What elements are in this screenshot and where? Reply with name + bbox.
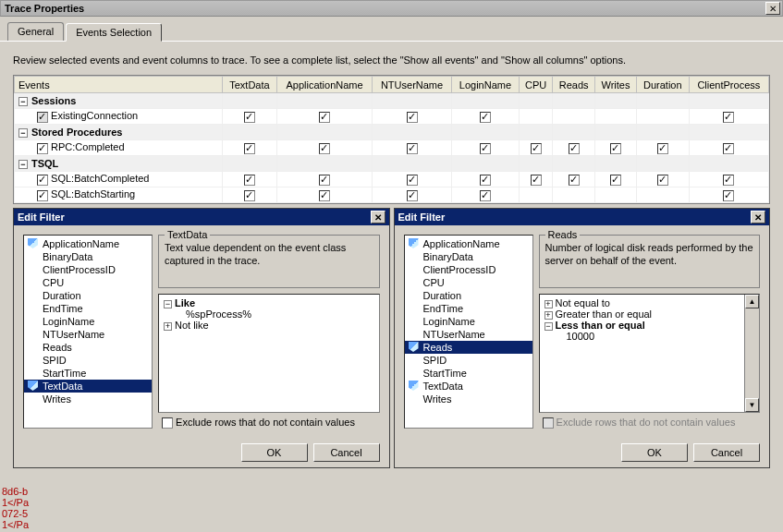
list-item[interactable]: Writes <box>24 393 152 405</box>
ok-button[interactable]: OK <box>241 443 308 462</box>
list-item[interactable]: BinaryData <box>405 250 532 263</box>
col-duration[interactable]: Duration <box>636 77 689 93</box>
collapse-icon[interactable]: − <box>18 97 28 106</box>
cell-checkbox[interactable] <box>531 143 542 154</box>
col-clientprocess[interactable]: ClientProcess <box>689 77 768 93</box>
col-applicationname[interactable]: ApplicationName <box>276 77 372 93</box>
cell-checkbox[interactable] <box>569 175 580 186</box>
tree-node-gte[interactable]: Greater than or equal <box>556 308 653 320</box>
col-reads[interactable]: Reads <box>553 77 595 93</box>
cell-checkbox[interactable] <box>407 190 418 201</box>
list-item[interactable]: TextData <box>24 380 152 393</box>
tree-node-like[interactable]: Like <box>175 297 195 308</box>
cell-checkbox[interactable] <box>244 190 255 201</box>
list-item[interactable]: Reads <box>405 341 532 354</box>
cell-checkbox[interactable] <box>407 112 418 123</box>
column-list[interactable]: ApplicationName BinaryData ClientProcess… <box>23 235 153 429</box>
event-checkbox[interactable] <box>37 143 48 154</box>
list-item[interactable]: CPU <box>24 276 152 289</box>
col-loginname[interactable]: LoginName <box>451 77 519 93</box>
list-item[interactable]: EndTime <box>405 302 532 315</box>
collapse-icon[interactable]: − <box>164 300 172 308</box>
close-button[interactable]: ✕ <box>371 211 385 224</box>
collapse-icon[interactable]: − <box>18 128 28 138</box>
cell-checkbox[interactable] <box>610 175 621 186</box>
list-item[interactable]: TextData <box>405 380 532 393</box>
col-writes[interactable]: Writes <box>595 77 637 93</box>
filter-criteria-tree[interactable]: +Not equal to +Greater than or equal −Le… <box>539 294 761 413</box>
cell-checkbox[interactable] <box>723 190 734 201</box>
expand-icon[interactable]: + <box>544 300 553 308</box>
list-item[interactable]: SPID <box>24 354 152 367</box>
scroll-up-icon[interactable]: ▲ <box>745 295 759 308</box>
list-item[interactable]: LoginName <box>405 315 532 328</box>
cell-checkbox[interactable] <box>319 175 330 186</box>
event-checkbox[interactable] <box>37 190 48 201</box>
list-item[interactable]: ApplicationName <box>405 237 532 250</box>
cell-checkbox[interactable] <box>319 112 330 123</box>
cell-checkbox[interactable] <box>723 112 734 123</box>
cancel-button[interactable]: Cancel <box>313 443 380 462</box>
col-cpu[interactable]: CPU <box>520 77 553 93</box>
tree-node-notlike[interactable]: Not like <box>175 320 209 331</box>
event-checkbox[interactable] <box>37 175 48 186</box>
list-item[interactable]: ApplicationName <box>24 237 152 250</box>
filter-criteria-tree[interactable]: −Like %spProcess% +Not like <box>158 294 380 413</box>
list-item[interactable]: SPID <box>405 354 532 367</box>
collapse-icon[interactable]: − <box>18 160 28 169</box>
list-item[interactable]: Writes <box>405 393 532 405</box>
col-ntusername[interactable]: NTUserName <box>373 77 452 93</box>
cell-checkbox[interactable] <box>244 143 255 154</box>
collapse-icon[interactable]: − <box>544 322 553 331</box>
cell-checkbox[interactable] <box>244 175 255 186</box>
scroll-down-icon[interactable]: ▼ <box>745 398 759 412</box>
cell-checkbox[interactable] <box>480 190 491 201</box>
list-item[interactable]: EndTime <box>24 302 152 315</box>
list-item[interactable]: Duration <box>405 289 532 302</box>
ok-button[interactable]: OK <box>621 443 688 462</box>
cell-checkbox[interactable] <box>723 143 734 154</box>
close-button[interactable]: ✕ <box>765 2 780 15</box>
cell-checkbox[interactable] <box>723 175 734 186</box>
cell-checkbox[interactable] <box>244 112 255 123</box>
cell-checkbox[interactable] <box>531 175 542 186</box>
cell-checkbox[interactable] <box>480 175 491 186</box>
list-item[interactable]: StartTime <box>405 367 532 380</box>
list-item[interactable]: ClientProcessID <box>24 263 152 276</box>
cancel-button[interactable]: Cancel <box>693 443 760 462</box>
col-textdata[interactable]: TextData <box>223 77 277 93</box>
col-events[interactable]: Events <box>15 77 223 93</box>
list-item[interactable]: Duration <box>24 289 152 302</box>
column-list[interactable]: ApplicationName BinaryData ClientProcess… <box>404 235 533 429</box>
event-checkbox[interactable] <box>37 112 48 123</box>
cell-checkbox[interactable] <box>569 143 580 154</box>
tree-value[interactable]: %spProcess% <box>162 308 376 320</box>
list-item[interactable]: LoginName <box>24 315 152 328</box>
cell-checkbox[interactable] <box>657 175 668 186</box>
cell-checkbox[interactable] <box>407 143 418 154</box>
tab-events-selection[interactable]: Events Selection <box>66 23 162 42</box>
tab-general[interactable]: General <box>7 22 64 41</box>
expand-icon[interactable]: + <box>544 311 553 320</box>
list-item[interactable]: NTUserName <box>24 328 152 341</box>
list-item[interactable]: BinaryData <box>24 250 152 263</box>
cell-checkbox[interactable] <box>319 190 330 201</box>
cell-checkbox[interactable] <box>407 175 418 186</box>
tree-node-neq[interactable]: Not equal to <box>556 297 610 308</box>
expand-icon[interactable]: + <box>164 322 172 331</box>
list-item[interactable]: StartTime <box>24 367 152 380</box>
cell-checkbox[interactable] <box>480 143 491 154</box>
cell-checkbox[interactable] <box>319 143 330 154</box>
bg-text: 1</Pa <box>2 519 29 530</box>
tree-node-lte[interactable]: Less than or equal <box>556 320 645 331</box>
cell-checkbox[interactable] <box>480 112 491 123</box>
cell-checkbox[interactable] <box>610 143 621 154</box>
exclude-checkbox[interactable] <box>162 417 173 429</box>
list-item[interactable]: NTUserName <box>405 328 532 341</box>
list-item[interactable]: ClientProcessID <box>405 263 532 276</box>
close-button[interactable]: ✕ <box>751 211 765 224</box>
cell-checkbox[interactable] <box>657 143 668 154</box>
list-item[interactable]: CPU <box>405 276 532 289</box>
list-item[interactable]: Reads <box>24 341 152 354</box>
tree-value[interactable]: 10000 <box>543 331 757 342</box>
